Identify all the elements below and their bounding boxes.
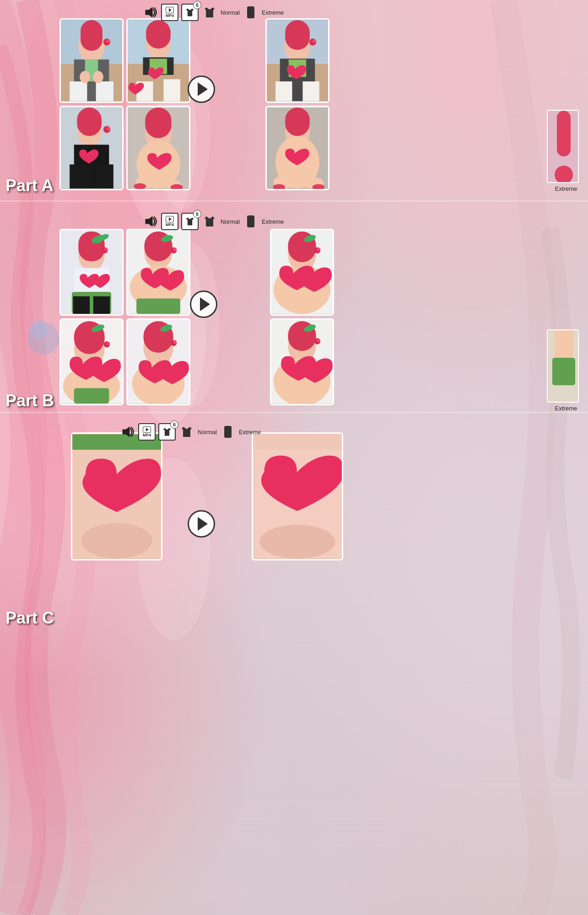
card-a4[interactable]: [126, 106, 190, 190]
svg-rect-58: [285, 108, 310, 136]
svg-rect-32: [77, 108, 102, 136]
mode-normal-b[interactable]: Normal: [221, 218, 240, 225]
svg-rect-35: [96, 164, 113, 188]
svg-rect-78: [93, 296, 110, 314]
toolbar-c: MP4 6 Normal Extreme: [119, 423, 261, 441]
image-grid-c-right: [252, 432, 343, 560]
mode-extreme-b[interactable]: Extreme: [262, 218, 284, 225]
card-a6[interactable]: [265, 106, 329, 190]
svg-rect-86: [136, 298, 180, 314]
count-badge-c: 6: [170, 420, 178, 429]
extreme-thumb-b[interactable]: [547, 329, 579, 403]
svg-marker-121: [123, 427, 129, 437]
svg-rect-52: [275, 81, 292, 101]
svg-rect-16: [70, 81, 87, 101]
image-grid-b-left: [59, 229, 190, 405]
count-badge-b: 6: [193, 210, 201, 218]
sound-icon-c[interactable]: [119, 424, 135, 440]
mp4-label-a: MP4: [166, 14, 174, 18]
mp4-button-b[interactable]: MP4: [161, 213, 178, 230]
extreme-label-a: Extreme: [548, 185, 584, 192]
mode-extreme-a[interactable]: Extreme: [262, 9, 284, 16]
svg-rect-49: [285, 20, 310, 50]
svg-rect-53: [302, 81, 319, 101]
play-button-b[interactable]: [190, 291, 217, 318]
svg-marker-67: [146, 216, 152, 226]
svg-point-110: [317, 248, 321, 251]
mode-extreme-c[interactable]: Extreme: [239, 429, 261, 436]
shirt-button-b[interactable]: 6: [181, 213, 199, 230]
svg-point-55: [313, 39, 316, 43]
extreme-thumb-a[interactable]: [547, 110, 579, 183]
mp4-label-b: MP4: [166, 223, 174, 227]
card-a3[interactable]: [59, 106, 124, 190]
svg-rect-34: [70, 164, 89, 188]
mode-normal-c[interactable]: Normal: [198, 429, 217, 436]
extreme-label-b: Extreme: [548, 405, 584, 412]
toolbar-b: MP4 6 Normal Extreme: [142, 213, 284, 230]
mp4-button-a[interactable]: MP4: [161, 4, 178, 21]
play-button-a[interactable]: [188, 75, 215, 103]
svg-point-127: [81, 523, 152, 559]
count-badge-a: 6: [193, 1, 201, 9]
card-a5[interactable]: [265, 18, 329, 103]
play-button-c[interactable]: [188, 510, 215, 538]
svg-rect-17: [96, 81, 113, 101]
mp4-button-c[interactable]: MP4: [138, 423, 156, 441]
svg-rect-13: [81, 20, 102, 51]
shirt-button-c[interactable]: 6: [158, 423, 176, 441]
section-divider-2: [0, 412, 588, 413]
section-divider-1: [0, 200, 588, 202]
image-grid-a-left: [59, 18, 190, 190]
mp4-label-c: MP4: [143, 433, 151, 437]
svg-rect-77: [73, 296, 90, 314]
arrow-up-icon-b[interactable]: [243, 213, 259, 230]
coat-button-b[interactable]: [201, 213, 218, 230]
svg-point-88: [173, 248, 177, 251]
card-b2[interactable]: [126, 229, 190, 316]
svg-point-130: [260, 525, 335, 559]
svg-point-21: [107, 39, 110, 43]
svg-rect-40: [145, 108, 171, 138]
image-grid-a-right: [265, 18, 329, 190]
sound-icon-a[interactable]: [142, 4, 158, 21]
svg-point-103: [173, 340, 177, 344]
card-b4[interactable]: [126, 318, 190, 405]
svg-marker-7: [146, 7, 152, 17]
card-a1[interactable]: [59, 18, 124, 103]
svg-rect-29: [163, 79, 180, 101]
image-grid-b-right: [270, 229, 334, 405]
svg-rect-119: [552, 358, 575, 385]
svg-rect-120: [555, 330, 573, 358]
svg-point-117: [317, 339, 321, 342]
svg-point-18: [80, 71, 90, 83]
svg-rect-25: [146, 20, 171, 48]
shirt-button-a[interactable]: 6: [181, 4, 199, 21]
card-b1[interactable]: [59, 229, 124, 316]
card-a2[interactable]: [126, 18, 190, 103]
card-b3[interactable]: [59, 318, 124, 405]
toolbar-a: MP4 6 Normal Extreme: [142, 4, 284, 21]
coat-button-a[interactable]: [201, 4, 218, 21]
image-grid-c-left: [71, 432, 162, 560]
svg-point-19: [93, 71, 103, 83]
svg-point-80: [104, 248, 108, 251]
card-b6[interactable]: [270, 318, 334, 405]
svg-rect-94: [74, 388, 109, 404]
mode-normal-a[interactable]: Normal: [221, 9, 240, 16]
card-c1[interactable]: [71, 432, 162, 560]
part-c-label: Part C: [5, 608, 54, 908]
svg-point-37: [107, 127, 110, 130]
card-c2[interactable]: [252, 432, 343, 560]
arrow-up-icon-c[interactable]: [220, 424, 236, 440]
card-b5[interactable]: [270, 229, 334, 316]
arrow-up-icon-a[interactable]: [243, 4, 259, 21]
coat-button-c[interactable]: [178, 424, 195, 440]
svg-rect-65: [557, 111, 571, 156]
sound-icon-b[interactable]: [142, 213, 158, 230]
svg-point-96: [107, 342, 110, 345]
